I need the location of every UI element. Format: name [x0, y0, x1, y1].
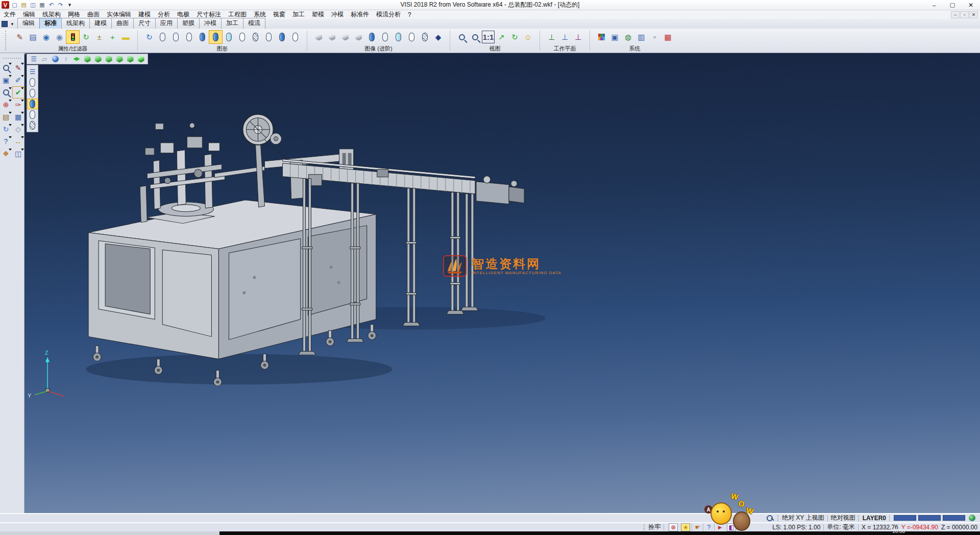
toolbar-drag-handle[interactable] [5, 31, 7, 51]
view-front-icon[interactable] [82, 55, 92, 64]
tab-overflow-caret[interactable]: ▼ [9, 22, 17, 29]
attribute-books-icon[interactable]: ▤ [1, 111, 12, 123]
display-shaded-icon[interactable] [28, 99, 38, 109]
system-window-icon[interactable]: ▣ [608, 31, 621, 43]
build-tool-icon[interactable]: ☛ [692, 523, 703, 531]
color-palette-icon[interactable] [595, 31, 608, 43]
match-properties-icon[interactable]: ▤ [27, 31, 39, 43]
cube-select-icon[interactable]: ◧ [727, 523, 736, 531]
pin-lock-label[interactable]: 拴牢 [648, 523, 660, 531]
view-back-icon[interactable] [93, 55, 103, 64]
cylinder-outline-icon[interactable] [379, 31, 391, 43]
show-entities-eye-icon[interactable]: ◉ [40, 31, 53, 43]
save-view-icon[interactable]: ◫ [13, 148, 24, 159]
print-icon[interactable]: ▦ [38, 1, 46, 9]
hide-entities-eye-icon[interactable]: ◉ [53, 31, 66, 43]
active-layer-label[interactable]: LAYER0 [863, 515, 886, 522]
menu-help[interactable]: ? [404, 10, 415, 19]
view-isometric-icon[interactable] [125, 55, 135, 64]
mdi-close-button[interactable]: ✕ [969, 11, 978, 18]
solid-outline-2-icon[interactable] [169, 31, 182, 43]
menu-standard-parts[interactable]: 标准件 [347, 10, 373, 19]
zoom-window-icon[interactable] [469, 31, 481, 43]
snap-help-icon[interactable]: ? [703, 523, 714, 531]
toggle-visibility-icon[interactable]: ± [93, 31, 106, 43]
confirm-check-icon[interactable]: ✔ [13, 87, 24, 98]
flow-grid-icon[interactable]: ▦ [662, 31, 674, 43]
solid-outline-1-icon[interactable] [156, 31, 169, 43]
help-icon[interactable]: ? [1, 136, 12, 147]
display-wireframe-icon[interactable] [28, 78, 38, 87]
solid-shaded-edges-icon[interactable] [209, 31, 222, 43]
selection-filter-icon[interactable]: ▫ [648, 31, 661, 43]
zoom-select-icon[interactable] [1, 62, 12, 74]
refresh-visibility-icon[interactable]: ↻ [80, 31, 92, 43]
zoom-in-icon[interactable] [455, 31, 468, 43]
tab-dimension[interactable]: 尺寸 [133, 18, 156, 29]
cylinder-clipboard-icon[interactable] [405, 31, 418, 43]
remove-visible-icon[interactable]: ▬ [119, 31, 132, 43]
zoom-1to1-icon[interactable]: 1:1 [482, 31, 495, 43]
render-palette-icon[interactable]: ❖ [1, 148, 12, 159]
open-file-icon[interactable]: ▤ [19, 1, 28, 9]
tab-modeling[interactable]: 建模 [89, 18, 112, 29]
menu-window[interactable]: 视窗 [270, 10, 289, 19]
solid-hatched-icon[interactable] [249, 31, 262, 43]
menu-file[interactable]: 文件 [0, 10, 19, 19]
layer-color-chip-1[interactable] [894, 515, 916, 521]
tab-plastic[interactable]: 塑膜 [177, 18, 200, 29]
display-outline-icon[interactable] [28, 110, 38, 119]
quick-access-dropdown-icon[interactable]: ▾ [65, 1, 74, 9]
minimize-button[interactable]: – [925, 1, 943, 10]
solid-cube-icon[interactable]: ◇ [13, 124, 24, 135]
add-visible-icon[interactable]: + [106, 31, 119, 43]
display-hidden-line-icon[interactable] [28, 88, 38, 98]
view-top-icon[interactable] [71, 55, 82, 64]
measure-distance-icon[interactable]: ↔ [13, 136, 24, 147]
circle-sketch-icon[interactable]: ✐ [13, 75, 24, 86]
maximize-button[interactable]: ▢ [943, 1, 962, 10]
smiley-render-icon[interactable]: ☺ [522, 31, 534, 43]
workplane-origin-icon[interactable]: ⊥ [545, 31, 558, 43]
tab-wireframe[interactable]: 线架构 [61, 18, 90, 29]
delete-graphics-icon[interactable] [262, 31, 275, 43]
menu-die[interactable]: 冲模 [328, 10, 347, 19]
view-shaded-icon[interactable] [136, 55, 146, 64]
viewport-3d[interactable]: ☰▱↑ ☰ [24, 53, 980, 513]
coordinate-system-icon[interactable]: ↑ [61, 55, 71, 64]
solid-outline-3-icon[interactable] [183, 31, 195, 43]
close-button[interactable]: ✕ [962, 1, 980, 10]
add-solid-icon[interactable] [312, 31, 325, 43]
view-list-menu-icon[interactable]: ☰ [29, 55, 39, 64]
ucs-move-icon[interactable]: ⊕ [1, 99, 12, 110]
menu-moldflow[interactable]: 模流分析 [373, 10, 404, 19]
erase-attributes-icon[interactable]: ✎ [13, 31, 26, 43]
gem-view-icon[interactable]: ◆ [432, 31, 445, 43]
view-right-icon[interactable] [114, 55, 125, 64]
refresh-view-icon[interactable]: ↻ [508, 31, 521, 43]
menu-machining[interactable]: 加工 [289, 10, 308, 19]
save-file-icon[interactable]: ◫ [29, 1, 37, 9]
refresh-graphics-icon[interactable]: ↻ [143, 31, 156, 43]
cylinder-hatch-icon[interactable] [419, 31, 431, 43]
undo-icon[interactable]: ↶ [47, 1, 56, 9]
zoom-window-icon[interactable]: ▱ [39, 55, 50, 64]
visibility-traffic-light-icon[interactable] [66, 31, 79, 43]
system-settings-icon[interactable]: ◍ [622, 31, 634, 43]
layer-color-chip-3[interactable] [943, 515, 965, 521]
solid-transparent-icon[interactable] [223, 31, 235, 43]
solid-plusminus-icon[interactable] [352, 31, 365, 43]
tab-die[interactable]: 冲模 [199, 18, 222, 29]
zoom-dynamic-icon[interactable] [1, 87, 12, 98]
tab-machining[interactable]: 加工 [221, 18, 243, 29]
refresh-model-icon[interactable]: ↻ [1, 124, 12, 135]
dock-drag-handle[interactable] [3, 58, 21, 60]
spline-sketch-icon[interactable]: ✑ [13, 99, 24, 110]
render-mode-sphere-icon[interactable] [50, 55, 60, 64]
workplane-new-icon[interactable]: ⊥ [558, 31, 571, 43]
layer-color-chip-2[interactable] [918, 515, 941, 521]
menu-plastic-mold[interactable]: 塑模 [308, 10, 328, 19]
tab-moldflow[interactable]: 模流 [243, 18, 265, 29]
solid-white-icon[interactable] [236, 31, 249, 43]
mdi-restore-button[interactable]: ▫ [960, 11, 969, 18]
